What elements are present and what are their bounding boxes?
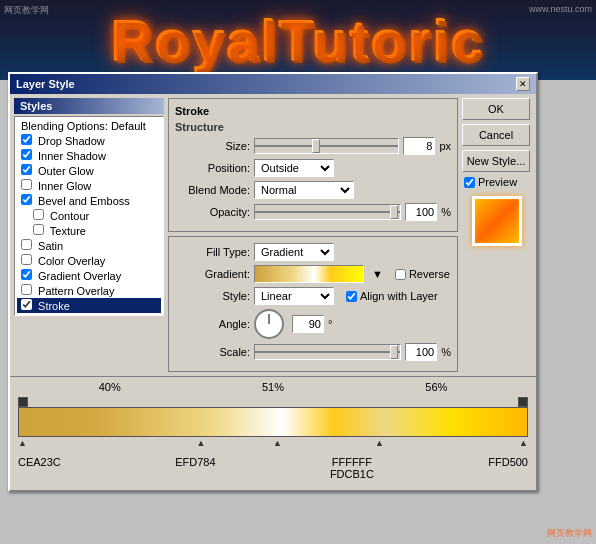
bottom-markers: ▲ ▲ ▲ ▲ ▲ bbox=[18, 438, 528, 452]
top-right-marker[interactable] bbox=[518, 397, 528, 407]
styles-header: Styles bbox=[14, 98, 164, 114]
gradient-label: Gradient: bbox=[175, 268, 250, 280]
angle-label: Angle: bbox=[175, 318, 250, 330]
marker-2[interactable]: ▲ bbox=[197, 438, 206, 448]
preview-label: Preview bbox=[464, 176, 532, 188]
align-label: Align with Layer bbox=[346, 290, 438, 302]
styles-list: Blending Options: Default Drop Shadow In… bbox=[14, 116, 164, 316]
watermark-right: www.nestu.com bbox=[529, 4, 592, 14]
size-label: Size: bbox=[175, 140, 250, 152]
opacity-unit: % bbox=[441, 206, 451, 218]
style-pattern-overlay[interactable]: Pattern Overlay bbox=[17, 283, 161, 298]
opacity-slider-container: % bbox=[254, 203, 451, 221]
scale-input[interactable] bbox=[405, 343, 437, 361]
preview-box bbox=[472, 196, 522, 246]
fill-type-row: Fill Type: Gradient Color Pattern bbox=[175, 243, 451, 261]
style-contour[interactable]: Contour bbox=[17, 208, 161, 223]
style-gradient-overlay[interactable]: Gradient Overlay bbox=[17, 268, 161, 283]
size-slider[interactable] bbox=[254, 138, 399, 154]
fill-type-label: Fill Type: bbox=[175, 246, 250, 258]
blend-mode-label: Blend Mode: bbox=[175, 184, 250, 196]
reverse-checkbox[interactable] bbox=[395, 269, 406, 280]
opacity-label: Opacity: bbox=[175, 206, 250, 218]
gradient-bar-section: 40% 51% 56% ▲ ▲ ▲ ▲ ▲ CEA23C bbox=[10, 376, 536, 490]
angle-dial[interactable] bbox=[254, 309, 284, 339]
close-button[interactable]: ✕ bbox=[516, 77, 530, 91]
top-markers bbox=[18, 397, 528, 407]
style-blending-options[interactable]: Blending Options: Default bbox=[17, 119, 161, 133]
stroke-title: Stroke bbox=[175, 105, 451, 117]
new-style-button[interactable]: New Style... bbox=[462, 150, 530, 172]
opacity-slider[interactable] bbox=[254, 204, 401, 220]
watermark-left: 网页教学网 bbox=[4, 4, 49, 17]
marker-5[interactable]: ▲ bbox=[519, 438, 528, 448]
dropdown-arrow[interactable]: ▼ bbox=[372, 268, 383, 280]
style-texture[interactable]: Texture bbox=[17, 223, 161, 238]
scale-slider[interactable] bbox=[254, 344, 401, 360]
position-row: Position: Outside Inside Center bbox=[175, 159, 451, 177]
color-stops-labels: CEA23C EFD784 FFFFFFFDCB1C FFD500 bbox=[18, 454, 528, 482]
gradient-row: Gradient: ▼ Reverse bbox=[175, 265, 451, 283]
opacity-input[interactable] bbox=[405, 203, 437, 221]
angle-row: Angle: ° bbox=[175, 309, 451, 339]
gradient-preview[interactable] bbox=[254, 265, 364, 283]
scale-row: Scale: % bbox=[175, 343, 451, 361]
style-stroke[interactable]: Stroke bbox=[17, 298, 161, 313]
style-label: Style: bbox=[175, 290, 250, 302]
dialog-title: Layer Style bbox=[16, 78, 75, 90]
color-stop-2: EFD784 bbox=[175, 456, 215, 480]
gradient-bar-wrapper: ▲ ▲ ▲ ▲ ▲ CEA23C EFD784 FFFFFFFDCB1C FFD… bbox=[18, 397, 528, 482]
color-stop-1: CEA23C bbox=[18, 456, 61, 480]
style-color-overlay[interactable]: Color Overlay bbox=[17, 253, 161, 268]
position-label: Position: bbox=[175, 162, 250, 174]
size-row: Size: px bbox=[175, 137, 451, 155]
percent-56: 56% bbox=[425, 381, 447, 393]
percent-40: 40% bbox=[99, 381, 121, 393]
scale-unit: % bbox=[441, 346, 451, 358]
size-unit: px bbox=[439, 140, 451, 152]
cancel-button[interactable]: Cancel bbox=[462, 124, 530, 146]
preview-checkbox[interactable] bbox=[464, 177, 475, 188]
structure-title: Structure bbox=[175, 121, 451, 133]
scale-slider-container: % bbox=[254, 343, 451, 361]
percent-row: 40% 51% 56% bbox=[18, 381, 528, 393]
style-inner-shadow[interactable]: Inner Shadow bbox=[17, 148, 161, 163]
style-satin[interactable]: Satin bbox=[17, 238, 161, 253]
top-left-marker[interactable] bbox=[18, 397, 28, 407]
position-select[interactable]: Outside Inside Center bbox=[254, 159, 334, 177]
marker-1[interactable]: ▲ bbox=[18, 438, 27, 448]
blend-mode-row: Blend Mode: Normal Dissolve Multiply bbox=[175, 181, 451, 199]
banner: 网页教学网 RoyalTutoric www.nestu.com bbox=[0, 0, 596, 80]
align-checkbox[interactable] bbox=[346, 291, 357, 302]
banner-title: RoyalTutoric bbox=[111, 7, 485, 74]
scale-label: Scale: bbox=[175, 346, 250, 358]
gradient-display[interactable] bbox=[18, 407, 528, 437]
fill-type-select[interactable]: Gradient Color Pattern bbox=[254, 243, 334, 261]
watermark-bottom-right: 网页教学网 bbox=[547, 527, 592, 540]
angle-input[interactable] bbox=[292, 315, 324, 333]
opacity-row: Opacity: % bbox=[175, 203, 451, 221]
styles-panel: Styles Blending Options: Default Drop Sh… bbox=[14, 98, 164, 372]
dialog-body: Styles Blending Options: Default Drop Sh… bbox=[10, 94, 536, 376]
color-stop-3: FFFFFFFDCB1C bbox=[330, 456, 374, 480]
reverse-label: Reverse bbox=[395, 268, 450, 280]
style-bevel-emboss[interactable]: Bevel and Emboss bbox=[17, 193, 161, 208]
angle-unit: ° bbox=[328, 318, 332, 330]
style-drop-shadow[interactable]: Drop Shadow bbox=[17, 133, 161, 148]
color-stop-4: FFD500 bbox=[488, 456, 528, 480]
blend-mode-select[interactable]: Normal Dissolve Multiply bbox=[254, 181, 354, 199]
fill-section: Fill Type: Gradient Color Pattern Gradie… bbox=[168, 236, 458, 372]
main-panel: Stroke Structure Size: px Position: bbox=[168, 98, 458, 372]
marker-3[interactable]: ▲ bbox=[273, 438, 282, 448]
size-input[interactable] bbox=[403, 137, 435, 155]
style-outer-glow[interactable]: Outer Glow bbox=[17, 163, 161, 178]
buttons-panel: OK Cancel New Style... Preview bbox=[462, 98, 532, 372]
stroke-section: Stroke Structure Size: px Position: bbox=[168, 98, 458, 232]
marker-4[interactable]: ▲ bbox=[375, 438, 384, 448]
ok-button[interactable]: OK bbox=[462, 98, 530, 120]
style-select[interactable]: Linear Radial Angle bbox=[254, 287, 334, 305]
style-row: Style: Linear Radial Angle Align with La… bbox=[175, 287, 451, 305]
layer-style-dialog: Layer Style ✕ Styles Blending Options: D… bbox=[8, 72, 538, 492]
size-slider-container: px bbox=[254, 137, 451, 155]
style-inner-glow[interactable]: Inner Glow bbox=[17, 178, 161, 193]
